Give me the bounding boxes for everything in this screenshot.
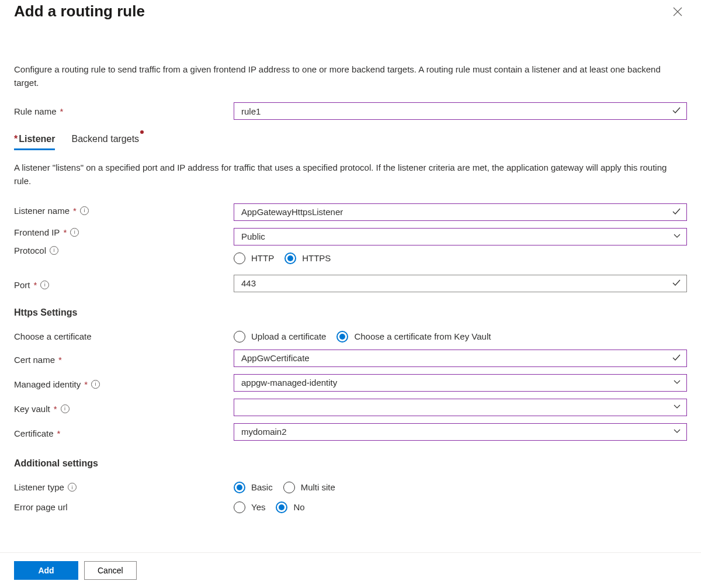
protocol-label: Protocol bbox=[14, 245, 46, 255]
key-vault-label: Key vault bbox=[14, 404, 50, 414]
tab-listener[interactable]: *Listener bbox=[14, 130, 55, 150]
page-title: Add a routing rule bbox=[14, 2, 145, 20]
page-description: Configure a routing rule to send traffic… bbox=[14, 63, 687, 89]
rule-name-input[interactable] bbox=[234, 102, 687, 120]
upload-certificate-label: Upload a certificate bbox=[251, 331, 326, 341]
info-icon[interactable]: i bbox=[80, 206, 89, 215]
cancel-button[interactable]: Cancel bbox=[84, 561, 137, 580]
upload-certificate-radio[interactable]: Upload a certificate bbox=[234, 331, 326, 343]
listener-name-label: Listener name bbox=[14, 206, 70, 216]
info-icon[interactable]: i bbox=[68, 483, 77, 492]
close-button[interactable] bbox=[668, 2, 687, 21]
keyvault-certificate-label: Choose a certificate from Key Vault bbox=[354, 331, 491, 341]
required-marker: * bbox=[14, 134, 18, 144]
managed-identity-label: Managed identity bbox=[14, 379, 81, 389]
additional-settings-heading: Additional settings bbox=[14, 458, 687, 469]
listener-type-multisite-radio[interactable]: Multi site bbox=[283, 482, 335, 493]
add-button[interactable]: Add bbox=[14, 561, 78, 580]
protocol-http-radio[interactable]: HTTP bbox=[234, 253, 274, 264]
required-marker: * bbox=[60, 106, 64, 116]
listener-type-basic-label: Basic bbox=[251, 482, 273, 492]
required-marker: * bbox=[63, 227, 67, 237]
tab-listener-label: Listener bbox=[19, 134, 55, 144]
protocol-https-label: HTTPS bbox=[302, 253, 331, 263]
required-marker: * bbox=[84, 379, 88, 389]
port-input[interactable] bbox=[234, 275, 687, 292]
error-page-url-label: Error page url bbox=[14, 502, 68, 512]
info-icon[interactable]: i bbox=[40, 281, 49, 289]
required-marker: * bbox=[73, 206, 77, 216]
frontend-ip-select[interactable] bbox=[234, 228, 687, 245]
tab-backend-label: Backend targets bbox=[71, 134, 139, 144]
protocol-http-label: HTTP bbox=[251, 253, 274, 263]
required-marker: * bbox=[57, 428, 61, 438]
error-page-no-radio[interactable]: No bbox=[276, 501, 304, 513]
listener-name-input[interactable] bbox=[234, 203, 687, 221]
required-marker: * bbox=[34, 280, 37, 290]
listener-description: A listener "listens" on a specified port… bbox=[14, 161, 687, 188]
info-icon[interactable]: i bbox=[70, 228, 79, 237]
info-icon[interactable]: i bbox=[91, 380, 100, 389]
listener-type-multisite-label: Multi site bbox=[301, 482, 335, 492]
tab-backend-targets[interactable]: Backend targets bbox=[71, 130, 139, 150]
listener-type-basic-radio[interactable]: Basic bbox=[234, 482, 273, 493]
info-icon[interactable]: i bbox=[61, 404, 70, 413]
rule-name-label: Rule name bbox=[14, 106, 57, 116]
error-page-no-label: No bbox=[293, 502, 304, 512]
required-marker: * bbox=[58, 355, 62, 365]
managed-identity-select[interactable] bbox=[234, 374, 687, 392]
cert-name-label: Cert name bbox=[14, 355, 55, 365]
error-page-yes-radio[interactable]: Yes bbox=[234, 501, 265, 513]
attention-dot-icon bbox=[140, 130, 144, 134]
cert-name-input[interactable] bbox=[234, 350, 687, 367]
frontend-ip-label: Frontend IP bbox=[14, 227, 60, 237]
key-vault-select[interactable] bbox=[234, 399, 687, 416]
certificate-select[interactable] bbox=[234, 423, 687, 441]
https-settings-heading: Https Settings bbox=[14, 307, 687, 318]
close-icon bbox=[673, 7, 682, 16]
info-icon[interactable]: i bbox=[50, 246, 58, 255]
protocol-https-radio[interactable]: HTTPS bbox=[284, 253, 331, 264]
error-page-yes-label: Yes bbox=[251, 502, 265, 512]
port-label: Port bbox=[14, 280, 30, 290]
required-marker: * bbox=[54, 404, 57, 414]
choose-certificate-label: Choose a certificate bbox=[14, 331, 92, 341]
listener-type-label: Listener type bbox=[14, 482, 64, 492]
certificate-label: Certificate bbox=[14, 428, 54, 438]
keyvault-certificate-radio[interactable]: Choose a certificate from Key Vault bbox=[336, 331, 491, 343]
